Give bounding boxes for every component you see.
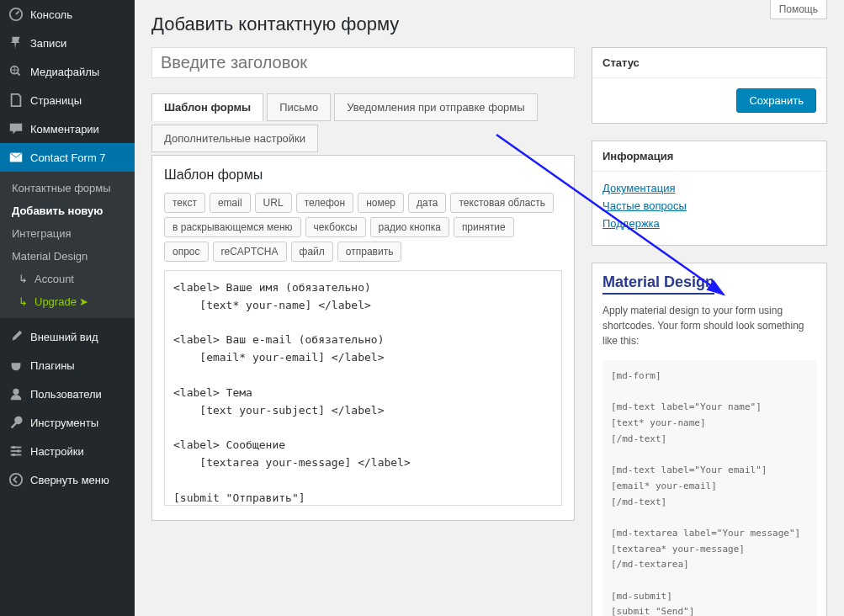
- tools-icon: [8, 415, 24, 430]
- sidebar-subitem-label: Material Design: [12, 250, 88, 263]
- tag-button[interactable]: reCAPTCHA: [213, 242, 287, 262]
- tag-button[interactable]: телефон: [296, 193, 354, 213]
- info-box-title: Информация: [592, 141, 826, 172]
- tag-button[interactable]: опрос: [164, 242, 209, 262]
- info-box: Информация ДокументацияЧастые вопросыПод…: [592, 141, 827, 246]
- tag-button[interactable]: дата: [408, 193, 446, 213]
- sidebar-item-label: Записи: [30, 37, 66, 50]
- tag-button[interactable]: email: [210, 193, 251, 213]
- form-template-textarea[interactable]: [164, 270, 562, 506]
- settings-icon: [8, 443, 24, 459]
- tab-bar: Шаблон формыПисьмоУведомления при отправ…: [151, 93, 575, 156]
- admin-sidebar: КонсольЗаписиМедиафайлыСтраницыКомментар…: [0, 0, 135, 616]
- sidebar-item-label: Свернуть меню: [30, 474, 109, 486]
- tag-button[interactable]: отправить: [337, 242, 402, 262]
- material-design-title: Material Design: [602, 273, 714, 295]
- tab[interactable]: Шаблон формы: [151, 93, 263, 121]
- status-box: Статус Сохранить: [592, 47, 827, 124]
- sidebar-item-label: Консоль: [30, 8, 72, 21]
- save-button[interactable]: Сохранить: [736, 88, 816, 113]
- plugin-icon: [8, 358, 24, 373]
- page-title: Добавить контактную форму: [151, 13, 827, 35]
- panel-heading: Шаблон формы: [164, 167, 562, 183]
- sidebar-item-label: Медиафайлы: [30, 66, 99, 78]
- sidebar-subitem[interactable]: Добавить новую: [0, 199, 135, 222]
- sidebar-subitem[interactable]: Контактные формы: [0, 177, 135, 199]
- dashboard-icon: [8, 7, 24, 22]
- form-template-panel: Шаблон формы текстemailURLтелефонномерда…: [151, 155, 575, 521]
- tag-button[interactable]: в раскрывающемся меню: [164, 217, 301, 237]
- svg-point-3: [13, 389, 19, 395]
- sidebar-item[interactable]: Страницы: [0, 86, 135, 114]
- sidebar-item[interactable]: Contact Form 7: [0, 143, 135, 172]
- material-design-description: Apply material design to your form using…: [602, 303, 816, 348]
- status-box-title: Статус: [592, 48, 826, 78]
- main-content: Помощь Добавить контактную форму Шаблон …: [135, 0, 844, 616]
- sidebar-item[interactable]: Комментарии: [0, 114, 135, 143]
- sidebar-item-label: Инструменты: [30, 417, 98, 429]
- form-title-input[interactable]: [151, 47, 575, 78]
- tag-button[interactable]: радио кнопка: [370, 217, 449, 237]
- comment-icon: [8, 121, 24, 136]
- sidebar-item[interactable]: Пользователи: [0, 380, 135, 408]
- info-link[interactable]: Поддержка: [602, 217, 816, 230]
- tab[interactable]: Письмо: [267, 93, 331, 121]
- sidebar-item[interactable]: Инструменты: [0, 408, 135, 437]
- sidebar-item[interactable]: Медиафайлы: [0, 57, 135, 86]
- indent-icon: ↳: [19, 273, 28, 285]
- material-design-box: Material Design Apply material design to…: [592, 263, 827, 616]
- indent-icon: ↳: [19, 295, 28, 308]
- sidebar-item-label: Настройки: [30, 445, 84, 458]
- material-design-code: [md-form] [md-text label="Your name"] [t…: [602, 360, 816, 616]
- sidebar-item[interactable]: Консоль: [0, 0, 135, 29]
- sidebar-subitem[interactable]: ↳ Account: [0, 268, 135, 290]
- tag-generator-row: текстemailURLтелефонномердататекстовая о…: [164, 193, 562, 262]
- sidebar-item-label: Плагины: [30, 359, 75, 372]
- pin-icon: [8, 35, 24, 50]
- sidebar-item[interactable]: Внешний вид: [0, 322, 135, 351]
- svg-point-9: [13, 454, 16, 457]
- sidebar-subitem[interactable]: Material Design: [0, 245, 135, 268]
- sidebar-item-label: Комментарии: [30, 123, 99, 135]
- tag-button[interactable]: чекбоксы: [305, 217, 366, 237]
- sidebar-item[interactable]: Настройки: [0, 437, 135, 465]
- svg-point-7: [13, 446, 16, 449]
- help-button[interactable]: Помощь: [770, 0, 827, 19]
- sidebar-item[interactable]: Свернуть меню: [0, 465, 135, 494]
- info-link[interactable]: Частые вопросы: [602, 199, 816, 212]
- tag-button[interactable]: URL: [255, 193, 292, 213]
- tab[interactable]: Уведомления при отправке формы: [334, 93, 537, 121]
- sidebar-subitem-label: Интеграция: [12, 227, 72, 240]
- sidebar-item[interactable]: Плагины: [0, 351, 135, 380]
- media-icon: [8, 64, 24, 79]
- sidebar-subitem[interactable]: Интеграция: [0, 222, 135, 245]
- mail-icon: [8, 150, 24, 165]
- svg-point-8: [17, 449, 20, 453]
- tag-button[interactable]: файл: [291, 242, 333, 262]
- tag-button[interactable]: принятие: [454, 217, 514, 237]
- sidebar-subitem-label: Account: [35, 273, 74, 285]
- tag-button[interactable]: номер: [358, 193, 404, 213]
- collapse-icon: [8, 472, 24, 487]
- page-icon: [8, 93, 24, 108]
- sidebar-item-label: Внешний вид: [30, 331, 98, 343]
- sidebar-subitem-label: Контактные формы: [12, 182, 111, 194]
- sidebar-subitem[interactable]: ↳ Upgrade ➤: [0, 290, 135, 313]
- sidebar-subitem-label: Upgrade ➤: [35, 295, 88, 308]
- svg-point-10: [10, 474, 22, 486]
- sidebar-item-label: Пользователи: [30, 388, 102, 401]
- sidebar-item-label: Страницы: [30, 94, 82, 107]
- tag-button[interactable]: текстовая область: [450, 193, 554, 213]
- info-link[interactable]: Документация: [602, 182, 816, 194]
- brush-icon: [8, 329, 24, 344]
- tag-button[interactable]: текст: [164, 193, 205, 213]
- sidebar-item-label: Contact Form 7: [30, 151, 106, 164]
- sidebar-subitem-label: Добавить новую: [12, 204, 103, 217]
- users-icon: [8, 386, 24, 401]
- tab[interactable]: Дополнительные настройки: [151, 125, 318, 152]
- sidebar-item[interactable]: Записи: [0, 29, 135, 57]
